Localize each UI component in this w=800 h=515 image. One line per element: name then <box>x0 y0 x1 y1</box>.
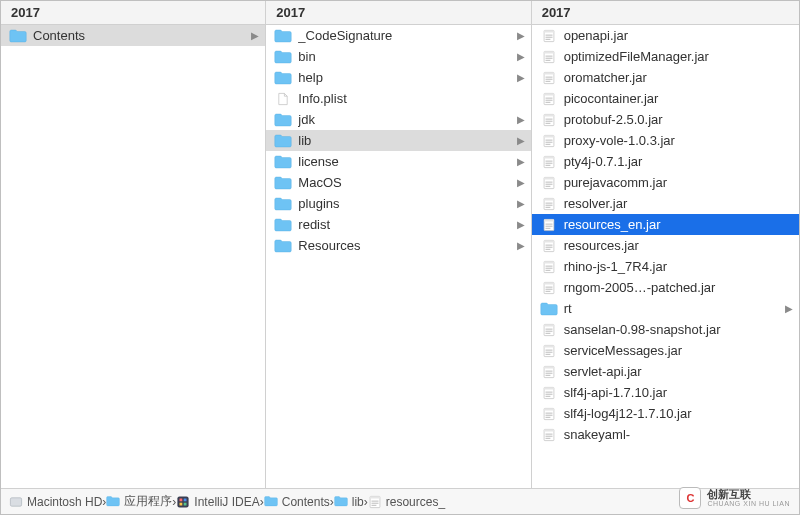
svg-rect-28 <box>545 141 552 142</box>
list-item[interactable]: slf4j-api-1.7.10.jar <box>532 382 799 403</box>
column-2: 2017openapi.jaroptimizedFileManager.jaro… <box>532 1 799 488</box>
svg-rect-98 <box>184 498 187 501</box>
list-item[interactable]: Info.plist <box>266 88 530 109</box>
column-header[interactable]: 2017 <box>266 1 530 25</box>
breadcrumb-segment[interactable]: lib <box>334 495 364 509</box>
svg-rect-49 <box>545 227 550 228</box>
list-item[interactable]: snakeyaml- <box>532 424 799 445</box>
breadcrumb-label: lib <box>352 495 364 509</box>
list-item[interactable]: slf4j-log4j12-1.7.10.jar <box>532 403 799 424</box>
svg-rect-100 <box>184 502 187 505</box>
svg-rect-9 <box>545 59 550 60</box>
list-item[interactable]: Contents▶ <box>1 25 265 46</box>
breadcrumb-segment[interactable]: 应用程序 <box>106 493 172 510</box>
folder-icon <box>334 496 348 508</box>
svg-rect-79 <box>545 374 550 375</box>
column-header[interactable]: 2017 <box>532 1 799 25</box>
svg-rect-62 <box>545 286 552 287</box>
svg-rect-26 <box>544 135 554 137</box>
svg-rect-97 <box>180 498 183 501</box>
svg-rect-52 <box>545 244 552 245</box>
item-label: plugins <box>298 196 514 211</box>
svg-rect-27 <box>545 139 552 140</box>
svg-rect-56 <box>544 261 554 263</box>
folder-icon <box>274 154 292 170</box>
jar-icon <box>540 364 558 380</box>
list-item[interactable]: help▶ <box>266 67 530 88</box>
svg-rect-82 <box>545 391 552 392</box>
list-item[interactable]: picocontainer.jar <box>532 88 799 109</box>
watermark: C 创新互联 CHUANG XIN HU LIAN <box>679 487 790 509</box>
list-item[interactable]: optimizedFileManager.jar <box>532 46 799 67</box>
column-body[interactable]: Contents▶ <box>1 25 265 488</box>
breadcrumb-segment[interactable]: Contents <box>264 495 330 509</box>
list-item[interactable]: sanselan-0.98-snapshot.jar <box>532 319 799 340</box>
item-label: license <box>298 154 514 169</box>
list-item[interactable]: resources_en.jar <box>532 214 799 235</box>
chevron-right-icon: ▶ <box>783 303 793 314</box>
jar-icon <box>540 322 558 338</box>
list-item[interactable]: proxy-vole-1.0.3.jar <box>532 130 799 151</box>
watermark-sub: CHUANG XIN HU LIAN <box>707 500 790 507</box>
list-item[interactable]: serviceMessages.jar <box>532 340 799 361</box>
list-item[interactable]: purejavacomm.jar <box>532 172 799 193</box>
item-label: resources.jar <box>564 238 793 253</box>
svg-rect-54 <box>545 248 550 249</box>
list-item[interactable]: jdk▶ <box>266 109 530 130</box>
svg-rect-18 <box>545 99 552 100</box>
item-label: redist <box>298 217 514 232</box>
svg-rect-43 <box>545 204 552 205</box>
list-item[interactable]: plugins▶ <box>266 193 530 214</box>
breadcrumb-segment[interactable]: resources_ <box>368 495 445 509</box>
svg-rect-6 <box>544 51 554 53</box>
jar-icon <box>540 427 558 443</box>
list-item[interactable]: redist▶ <box>266 214 530 235</box>
svg-rect-1 <box>544 30 554 32</box>
list-item[interactable]: protobuf-2.5.0.jar <box>532 109 799 130</box>
jar-icon <box>540 238 558 254</box>
svg-rect-2 <box>545 34 552 35</box>
list-item[interactable]: Resources▶ <box>266 235 530 256</box>
list-item[interactable]: lib▶ <box>266 130 530 151</box>
item-label: slf4j-log4j12-1.7.10.jar <box>564 406 793 421</box>
jar-icon <box>540 385 558 401</box>
breadcrumb-segment[interactable]: IntelliJ IDEA <box>176 495 259 509</box>
svg-rect-71 <box>544 345 554 347</box>
svg-rect-91 <box>544 429 554 431</box>
breadcrumb-segment[interactable]: Macintosh HD <box>9 495 102 509</box>
list-item[interactable]: _CodeSignature▶ <box>266 25 530 46</box>
list-item[interactable]: openapi.jar <box>532 25 799 46</box>
list-item[interactable]: bin▶ <box>266 46 530 67</box>
list-item[interactable]: resolver.jar <box>532 193 799 214</box>
list-item[interactable]: rngom-2005…-patched.jar <box>532 277 799 298</box>
list-item[interactable]: oromatcher.jar <box>532 67 799 88</box>
list-item[interactable]: pty4j-0.7.1.jar <box>532 151 799 172</box>
list-item[interactable]: MacOS▶ <box>266 172 530 193</box>
svg-rect-57 <box>545 265 552 266</box>
svg-rect-34 <box>545 164 550 165</box>
svg-rect-16 <box>544 93 554 95</box>
column-body[interactable]: _CodeSignature▶bin▶help▶Info.plistjdk▶li… <box>266 25 530 488</box>
list-item[interactable]: rhino-js-1_7R4.jar <box>532 256 799 277</box>
jar-icon <box>540 217 558 233</box>
item-label: help <box>298 70 514 85</box>
jar-icon <box>540 175 558 191</box>
list-item[interactable]: rt▶ <box>532 298 799 319</box>
list-item[interactable]: resources.jar <box>532 235 799 256</box>
list-item[interactable]: license▶ <box>266 151 530 172</box>
list-item[interactable]: servlet-api.jar <box>532 361 799 382</box>
jar-icon <box>540 280 558 296</box>
svg-rect-69 <box>545 332 550 333</box>
svg-rect-7 <box>545 55 552 56</box>
svg-rect-3 <box>545 36 552 37</box>
column-header[interactable]: 2017 <box>1 1 265 25</box>
svg-rect-86 <box>544 408 554 410</box>
svg-rect-39 <box>545 185 550 186</box>
svg-rect-36 <box>544 177 554 179</box>
item-label: resources_en.jar <box>564 217 793 232</box>
column-body[interactable]: openapi.jaroptimizedFileManager.jaroroma… <box>532 25 799 488</box>
chevron-right-icon: ▶ <box>515 219 525 230</box>
item-label: oromatcher.jar <box>564 70 793 85</box>
svg-rect-105 <box>371 504 376 505</box>
folder-icon <box>274 238 292 254</box>
